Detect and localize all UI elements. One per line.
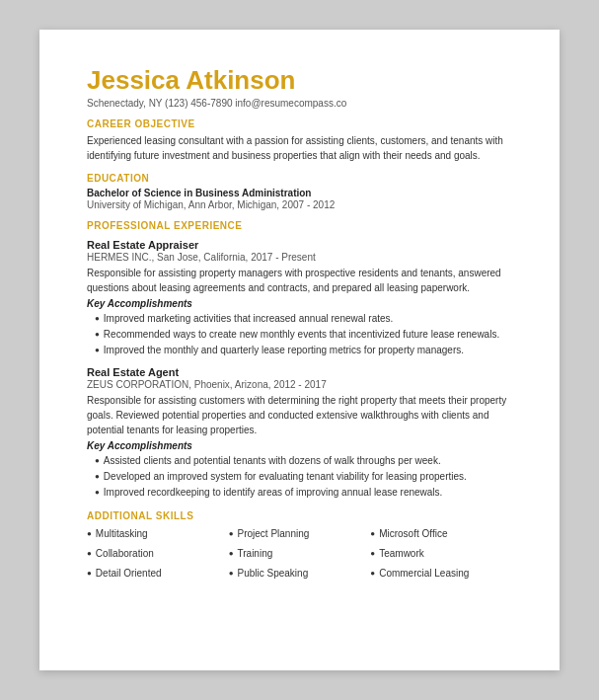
accomplishment-item: Assisted clients and potential tenants w… — [95, 453, 512, 469]
job-title-1: Real Estate Appraiser — [87, 239, 512, 251]
contact-info: Schenectady, NY (123) 456-7890 info@resu… — [87, 98, 512, 109]
career-objective-content: Experienced leasing consultant with a pa… — [87, 133, 512, 163]
skill-item: Detail Oriented — [87, 565, 229, 583]
key-accomplishments-label-1: Key Accomplishments — [87, 298, 512, 309]
accomplishment-item: Improved the monthly and quarterly lease… — [95, 343, 512, 358]
skill-item: Training — [229, 545, 371, 563]
key-accomplishments-label-2: Key Accomplishments — [87, 440, 512, 451]
accomplishment-item: Recommended ways to create new monthly e… — [95, 327, 512, 343]
professional-experience-title: PROFESSIONAL EXPERIENCE — [87, 220, 512, 231]
skill-item: Multitasking — [87, 525, 229, 543]
job-meta-2: ZEUS CORPORATION, Phoenix, Arizona, 2012… — [87, 379, 512, 390]
candidate-name: Jessica Atkinson — [87, 65, 512, 96]
skill-item: Collaboration — [87, 545, 229, 563]
skill-item: Teamwork — [370, 545, 512, 563]
job-title-2: Real Estate Agent — [87, 366, 512, 378]
skills-grid: Multitasking Project Planning Microsoft … — [87, 525, 512, 583]
skill-item: Project Planning — [229, 525, 371, 543]
skill-item: Microsoft Office — [370, 525, 512, 543]
job-desc-2: Responsible for assisting customers with… — [87, 393, 512, 437]
job-desc-1: Responsible for assisting property manag… — [87, 266, 512, 295]
resume-page: Jessica Atkinson Schenectady, NY (123) 4… — [39, 30, 560, 670]
accomplishments-list-2: Assisted clients and potential tenants w… — [87, 453, 512, 501]
accomplishment-item: Developed an improved system for evaluat… — [95, 469, 512, 485]
career-objective-title: CAREER OBJECTIVE — [87, 118, 512, 129]
skill-item: Public Speaking — [229, 565, 371, 583]
job-meta-1: HERMES INC., San Jose, California, 2017 … — [87, 252, 512, 263]
education-school: University of Michigan, Ann Arbor, Michi… — [87, 199, 512, 210]
skill-item: Commercial Leasing — [370, 565, 512, 583]
additional-skills-title: ADDITIONAL SKILLS — [87, 510, 512, 521]
accomplishment-item: Improved marketing activities that incre… — [95, 311, 512, 327]
accomplishments-list-1: Improved marketing activities that incre… — [87, 311, 512, 358]
education-degree: Bachelor of Science in Business Administ… — [87, 188, 512, 198]
accomplishment-item: Improved recordkeeping to identify areas… — [95, 485, 512, 501]
education-title: EDUCATION — [87, 173, 512, 184]
